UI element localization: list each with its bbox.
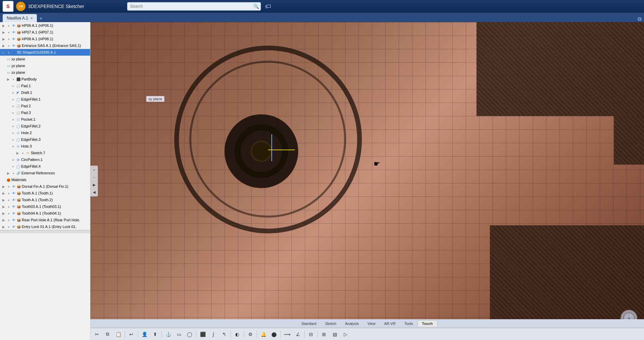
- expand-icon[interactable]: ▶: [1, 184, 6, 189]
- expand-icon[interactable]: ▶: [6, 77, 11, 81]
- angle-tool[interactable]: ∠: [293, 329, 303, 339]
- lt-btn-3[interactable]: ▶: [91, 182, 97, 188]
- lt-btn-2[interactable]: −: [91, 174, 97, 180]
- vis-icon[interactable]: ●: [11, 164, 15, 169]
- expand-icon[interactable]: ▶: [1, 30, 6, 35]
- vis-icon[interactable]: ●: [11, 77, 16, 81]
- bottom-tab-ar-vr[interactable]: AR-VR: [380, 321, 399, 327]
- vis-icon[interactable]: ●: [11, 117, 15, 122]
- tree-item[interactable]: ▶●⬛PartBody: [0, 76, 90, 82]
- vis-icon[interactable]: ●: [6, 37, 11, 41]
- tab-close-button[interactable]: ✕: [30, 16, 33, 20]
- expand-icon[interactable]: ▶: [1, 197, 6, 202]
- subtract-tool[interactable]: ⊟: [306, 329, 316, 339]
- expand-icon[interactable]: ▶: [15, 151, 20, 155]
- tree-item[interactable]: ●◯EdgeFillet.2: [0, 123, 90, 129]
- vis-icon[interactable]: ●: [11, 104, 15, 108]
- tree-item[interactable]: ▶●👁📦Tooth A.1 (Tooth.2): [0, 196, 90, 203]
- tree-item[interactable]: ●⬜Pad.1: [0, 82, 90, 89]
- bottom-tab-view[interactable]: View: [364, 321, 380, 327]
- tag-icon[interactable]: 🏷: [265, 3, 271, 10]
- bottom-tab-sketch[interactable]: Sketch: [321, 321, 340, 327]
- vis-icon[interactable]: ●: [11, 110, 15, 115]
- expand-icon[interactable]: ▶: [6, 171, 11, 175]
- vis-icon[interactable]: ●: [20, 151, 25, 155]
- expand-icon[interactable]: ▶: [1, 23, 6, 28]
- tree-item[interactable]: ●⊞CircPattern.1: [0, 156, 90, 163]
- vis-icon[interactable]: ●: [6, 224, 11, 229]
- copy-tool[interactable]: ⧉: [103, 329, 113, 339]
- vis-icon[interactable]: ●: [11, 171, 16, 175]
- tree-item[interactable]: ▶●👁📦Tooth03 A.1 (Tooth03.1): [0, 203, 90, 210]
- measure-tool[interactable]: ▤: [330, 329, 340, 339]
- tree-item[interactable]: ●◯EdgeFillet.1: [0, 96, 90, 103]
- gear-tool[interactable]: ⚙: [245, 329, 255, 339]
- tree-item[interactable]: ▶●🔗External References: [0, 170, 90, 176]
- vis-icon[interactable]: ●: [6, 197, 11, 202]
- vis-icon[interactable]: ●: [11, 124, 15, 128]
- cut-tool[interactable]: ✂: [92, 329, 102, 339]
- vis-icon[interactable]: ●: [6, 23, 11, 28]
- 3d-viewport[interactable]: xy plane ⊕ ☛ + − ▶ ◀ StandardSketchAnaly…: [90, 22, 644, 340]
- vis-icon[interactable]: ●: [6, 43, 11, 48]
- tree-item[interactable]: ▶●✏Sketch.7: [0, 150, 90, 156]
- vis-icon[interactable]: ●: [6, 50, 11, 55]
- tree-item[interactable]: ▶●👁📦Rear Port Hole A.1 (Rear Port Hole.: [0, 217, 90, 223]
- vis-icon[interactable]: ●: [11, 157, 15, 162]
- expand-icon[interactable]: ▶: [1, 37, 6, 41]
- vis-icon[interactable]: ●: [11, 137, 15, 142]
- solid-tool[interactable]: ⬛: [198, 329, 208, 339]
- tree-item[interactable]: ▭yz plane: [0, 62, 90, 69]
- tree-item[interactable]: ▶●👁📦HP06 A.1 (HP06.1): [0, 22, 90, 29]
- expand-icon[interactable]: ▶: [1, 224, 6, 229]
- tree-item[interactable]: ●⬜Pad.2: [0, 103, 90, 109]
- tree-item[interactable]: ▶●👁📦HP08 A.1 (HP08.1): [0, 36, 90, 42]
- tree-item[interactable]: ●⊙Hole.2: [0, 129, 90, 136]
- lt-btn-4[interactable]: ◀: [91, 189, 97, 195]
- tree-item[interactable]: ▶●👁📦HP07 A.1 (HP07.1): [0, 29, 90, 36]
- tree-item[interactable]: ●◤Draft.1: [0, 89, 90, 96]
- tree-item[interactable]: ⬤Materials: [0, 176, 90, 183]
- expand-icon[interactable]: ▶: [1, 204, 6, 209]
- bottom-tab-touch[interactable]: Touch: [417, 320, 437, 327]
- circle-tool[interactable]: ◯: [185, 329, 195, 339]
- vis-icon[interactable]: ●: [6, 30, 11, 35]
- expand-icon[interactable]: ▶: [1, 211, 6, 216]
- rect-tool[interactable]: ▭: [174, 329, 184, 339]
- vis-icon[interactable]: ●: [11, 90, 15, 95]
- grid-tool[interactable]: ⊞: [319, 329, 329, 339]
- user-tool[interactable]: 👤: [139, 329, 149, 339]
- tree-item[interactable]: ●⬜Pad.3: [0, 109, 90, 116]
- lt-btn-1[interactable]: +: [91, 167, 97, 173]
- chamfer-tool[interactable]: ↰: [219, 329, 229, 339]
- vis-icon[interactable]: ●: [6, 204, 11, 209]
- tree-item[interactable]: ●◯EdgeFillet.4: [0, 163, 90, 170]
- vis-icon[interactable]: ●: [11, 83, 15, 88]
- bottom-tab-analysis[interactable]: Analysis: [341, 321, 363, 327]
- bottom-tab-standard[interactable]: Standard: [297, 321, 320, 327]
- vis-icon[interactable]: ●: [6, 184, 11, 189]
- tree-item[interactable]: ●⬡Pocket.1: [0, 116, 90, 123]
- bottom-tab-tools[interactable]: Tools: [400, 321, 417, 327]
- tab-add-button[interactable]: ＋: [38, 15, 44, 22]
- vis-icon[interactable]: ●: [6, 218, 11, 222]
- vis-icon[interactable]: ●: [11, 97, 15, 102]
- expand-icon[interactable]: ▶: [1, 43, 6, 48]
- expand-icon[interactable]: ▶: [1, 50, 6, 55]
- tree-item[interactable]: ▶●👁📦Entrance SAS A.1 (Entrance SAS.1): [0, 42, 90, 49]
- expand-icon[interactable]: ▶: [1, 218, 6, 222]
- tab-nautilus[interactable]: Nautilus A.1 ✕: [3, 14, 37, 22]
- tree-item[interactable]: ▭xy plane: [0, 56, 90, 62]
- tree-item[interactable]: ▶●👁📦Entry Lock 01 A.1 (Entry Lock 01.: [0, 223, 90, 230]
- tree-item[interactable]: ●◯EdgeFillet.3: [0, 136, 90, 143]
- undo-tool[interactable]: ↩: [126, 329, 136, 339]
- tree-item[interactable]: ▶●👁📦Tooth A.1 (Tooth.1): [0, 190, 90, 196]
- fill-tool[interactable]: ⬤: [269, 329, 279, 339]
- tree-item[interactable]: ▶●👁📦Dorsal Fin A.1 (Dorsal Fin.1): [0, 183, 90, 190]
- vis-icon[interactable]: ●: [11, 144, 15, 149]
- notify-tool[interactable]: 🔔: [258, 329, 268, 339]
- search-input[interactable]: [127, 2, 261, 11]
- paste-tool[interactable]: 📋: [113, 329, 123, 339]
- tree-item[interactable]: ▶●👁📦Tooth04 A.1 (Tooth04.1): [0, 210, 90, 217]
- tree-item[interactable]: ●⊙Hole.3: [0, 143, 90, 150]
